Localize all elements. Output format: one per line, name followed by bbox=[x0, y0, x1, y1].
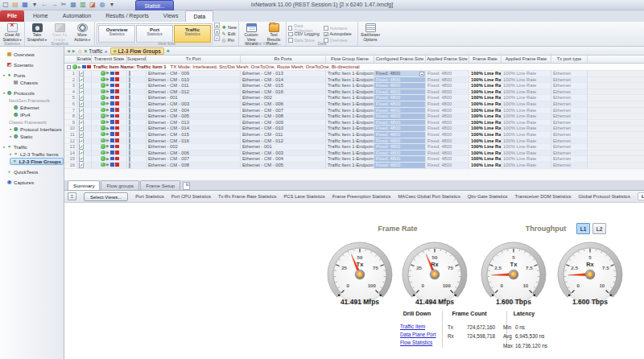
enabled-cell[interactable]: ✓ bbox=[77, 138, 92, 145]
rx-ports-cell[interactable]: Ethernet - 001 bbox=[241, 144, 326, 151]
sidebar-item-ethernet[interactable]: ◍Ethernet bbox=[0, 104, 64, 111]
drill-down-link-data-plane-port[interactable]: Data Plane Port bbox=[400, 332, 436, 337]
redo-icon[interactable]: → bbox=[50, 1, 58, 9]
frame-rate-cell[interactable]: 100% Line Rate bbox=[469, 120, 502, 126]
enabled-checkbox[interactable]: ✓ bbox=[79, 113, 84, 119]
suspend-checkbox[interactable] bbox=[129, 144, 130, 150]
suspend-cell[interactable] bbox=[127, 126, 147, 132]
stat-tab-tx-rx-frame-rate-statistics[interactable]: Tx-Rx Frame Rate Statistics bbox=[218, 194, 276, 199]
sidebar-item-protocol-interfaces[interactable]: ▸◍Protocol Interfaces bbox=[0, 126, 64, 133]
stat-tab-frame-preemption-statistics[interactable]: Frame Preemption Statistics bbox=[332, 194, 391, 199]
ribbon-tab-data[interactable]: Data bbox=[185, 10, 213, 22]
frame-rate-cell[interactable]: 100% Line Rate bbox=[469, 144, 502, 151]
suspend-checkbox[interactable] bbox=[129, 89, 130, 95]
column-header-enabled[interactable]: Enabled bbox=[77, 56, 92, 63]
applied-frame-size-cell[interactable]: Fixed: 4800 bbox=[426, 71, 469, 77]
sidebar-item-traffic[interactable]: ▸×Traffic bbox=[0, 143, 64, 151]
enabled-cell[interactable]: ✓ bbox=[77, 83, 92, 89]
frame-rate-cell[interactable]: 100% Line Rate bbox=[469, 83, 502, 89]
enabled-checkbox[interactable]: ✓ bbox=[79, 120, 84, 126]
sidebar-item-l2-3-flow-groups[interactable]: ×L2-3 Flow Groups bbox=[0, 158, 64, 165]
ribbon-tab-results-reports[interactable]: Results / Reports bbox=[98, 10, 156, 22]
stat-tab-l2-l3-test-summary-statistics[interactable]: L2-L3 Test Summary Statistics bbox=[638, 192, 644, 200]
suspend-cell[interactable] bbox=[127, 156, 147, 163]
tx-port-cell[interactable]: Ethernet - 001 bbox=[147, 95, 241, 101]
frame-rate-cell[interactable]: 100% Line Rate bbox=[469, 163, 502, 169]
tx-port-type-cell[interactable]: Ethernet bbox=[551, 71, 588, 77]
tx-port-cell[interactable]: Ethernet - CM - 004 bbox=[147, 108, 241, 114]
table-row[interactable]: 10✓▶Ethernet - CM - 014Ethernet - CM - 0… bbox=[64, 126, 644, 132]
suspend-checkbox[interactable] bbox=[129, 126, 130, 131]
frame-rate-cell[interactable]: 100% Line Rate bbox=[469, 132, 502, 138]
frame-rate-cell[interactable]: 100% Line Rate bbox=[469, 126, 502, 132]
table-row[interactable]: 4✓▶Ethernet - CM - 012Ethernet - CM - 01… bbox=[64, 89, 644, 96]
flow-group-name-cell[interactable]: Traffic Item 1-EndpointSet... bbox=[326, 138, 374, 145]
chart-icon[interactable]: ▥ bbox=[79, 1, 87, 9]
panel-tab-flow-groups[interactable]: Flow groups bbox=[101, 180, 139, 190]
flow-group-name-cell[interactable]: Traffic Item 1-EndpointSet... bbox=[326, 77, 374, 84]
frame-rate-cell[interactable]: 100% Line Rate bbox=[469, 151, 502, 157]
applied-frame-size-cell[interactable]: Fixed: 4800 bbox=[426, 151, 469, 157]
tx-port-type-cell[interactable]: Ethernet bbox=[551, 83, 588, 89]
applied-frame-rate-cell[interactable]: 100% Line Rate bbox=[502, 83, 551, 89]
configured-frame-size-cell[interactable]: Fixed: 4800 bbox=[374, 113, 426, 120]
scroll-more-button[interactable]: ▪ bbox=[214, 35, 220, 41]
tx-port-type-cell[interactable]: Ethernet bbox=[551, 144, 588, 151]
table-row[interactable]: 7✓▶Ethernet - CM - 004Ethernet - CM - 00… bbox=[64, 108, 644, 114]
sidebar-item-ports[interactable]: ▸●Ports bbox=[0, 72, 64, 79]
enabled-cell[interactable]: ✓ bbox=[77, 144, 92, 151]
tx-port-type-cell[interactable]: Ethernet bbox=[551, 95, 588, 101]
table-row[interactable]: 13✓▶Ethernet - 002Ethernet - 001Traffic … bbox=[64, 144, 644, 151]
enabled-checkbox[interactable]: ✓ bbox=[79, 71, 84, 76]
view-set-traffic[interactable]: TrafficStatistics bbox=[174, 25, 211, 43]
enabled-cell[interactable]: ✓ bbox=[77, 113, 92, 120]
enabled-checkbox[interactable]: ✓ bbox=[79, 144, 84, 150]
sidebar-item-l2-3-traffic-items[interactable]: ▸×L2-3 Traffic Items bbox=[0, 151, 64, 158]
frame-rate-cell[interactable]: 100% Line Rate bbox=[469, 95, 502, 101]
take-snapshot-button[interactable]: Take Snapshot bbox=[27, 23, 47, 42]
ribbon-tab-views[interactable]: Views bbox=[156, 10, 186, 22]
suspend-checkbox[interactable] bbox=[129, 151, 130, 156]
table-row[interactable]: 11✓▶Ethernet - CM - 015Ethernet - CM - 0… bbox=[64, 132, 644, 138]
configured-frame-size-cell[interactable]: Fixed: 4800 bbox=[374, 108, 426, 114]
image-icon[interactable]: ◪ bbox=[89, 1, 97, 9]
tx-port-type-cell[interactable]: Ethernet bbox=[551, 132, 588, 138]
tx-port-cell[interactable]: Ethernet - 002 bbox=[147, 144, 241, 151]
enabled-checkbox[interactable]: ✓ bbox=[79, 108, 84, 113]
stat-tab-transceiver-dom-statistics[interactable]: Transceiver DOM Statistics bbox=[514, 194, 571, 199]
table-row[interactable]: 1✓▶Ethernet - CM - 009Ethernet - CM - 01… bbox=[64, 71, 644, 77]
suspend-cell[interactable] bbox=[127, 132, 147, 138]
frame-rate-cell[interactable]: 100% Line Rate bbox=[469, 138, 502, 145]
frame-rate-cell[interactable]: 100% Line Rate bbox=[469, 101, 502, 108]
configured-frame-size-cell[interactable]: Fixed: 4800 bbox=[374, 95, 426, 101]
suspend-cell[interactable] bbox=[127, 95, 147, 101]
stat-tab-macsec-global-port-statistics[interactable]: MACsec Global Port Statistics bbox=[398, 194, 460, 199]
panel-tab-frame-setup[interactable]: Frame Setup bbox=[140, 180, 180, 190]
configured-frame-size-cell[interactable]: Fixed: 4800 bbox=[374, 120, 426, 126]
open-icon[interactable]: ▤ bbox=[11, 1, 19, 9]
tx-port-cell[interactable]: Ethernet - CM - 006 bbox=[147, 151, 241, 157]
rx-ports-cell[interactable]: Ethernet - CM - 015 bbox=[241, 83, 326, 89]
more-actions-button[interactable]: More Actions bbox=[72, 23, 93, 42]
enabled-checkbox[interactable]: ✓ bbox=[79, 77, 84, 83]
tx-port-type-cell[interactable]: Ethernet bbox=[551, 113, 588, 120]
enabled-cell[interactable]: ✓ bbox=[77, 77, 92, 84]
applied-frame-rate-cell[interactable]: 100% Line Rate bbox=[502, 71, 551, 77]
enabled-cell[interactable]: ✓ bbox=[77, 126, 92, 132]
breadcrumb-traffic[interactable]: ×Traffic bbox=[85, 48, 103, 54]
rx-ports-cell[interactable]: Ethernet - CM - 004 bbox=[241, 156, 326, 163]
tx-port-cell[interactable]: Ethernet - CM - 008 bbox=[147, 163, 241, 169]
enabled-checkbox[interactable]: ✓ bbox=[79, 163, 84, 168]
rx-ports-cell[interactable]: Ethernet - CM - 011 bbox=[241, 132, 326, 138]
tx-port-cell[interactable]: Ethernet - CM - 005 bbox=[147, 113, 241, 120]
clear-all-statistics-button[interactable]: Clear All Statistics bbox=[2, 23, 23, 42]
suspend-checkbox[interactable] bbox=[129, 95, 130, 101]
suspend-checkbox[interactable] bbox=[129, 113, 130, 119]
enabled-checkbox[interactable]: ✓ bbox=[79, 89, 84, 95]
ribbon-tab-file[interactable]: File bbox=[0, 10, 24, 22]
suspend-cell[interactable] bbox=[127, 77, 147, 84]
tx-port-type-cell[interactable]: Ethernet bbox=[551, 108, 588, 114]
table-row[interactable]: 5✓▶Ethernet - 001Ethernet - 002Traffic I… bbox=[64, 95, 644, 101]
applied-frame-size-cell[interactable]: Fixed: 4800 bbox=[426, 144, 469, 151]
table-row[interactable]: 15✓▶Ethernet - CM - 007Ethernet - CM - 0… bbox=[64, 156, 644, 163]
